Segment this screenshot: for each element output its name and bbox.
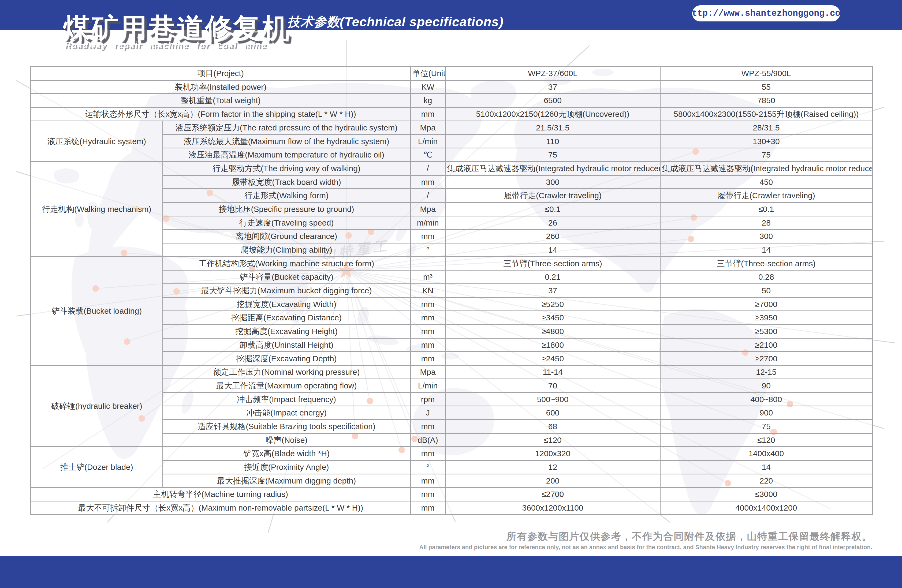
spec-value-wpz37: 14: [445, 243, 660, 256]
spec-value-wpz37: 70: [445, 379, 660, 393]
spec-value-wpz55: 50: [660, 284, 872, 298]
spec-value-wpz37: 0.21: [445, 270, 660, 284]
spec-unit: m³: [410, 270, 445, 284]
product-title-en: Roadway repair machine for coal mine: [64, 40, 267, 50]
spec-unit: dB(A): [410, 433, 445, 447]
spec-value-wpz55: ≥7000: [660, 297, 872, 311]
tech-spec-heading: 技术参数(Technical specifications): [287, 13, 504, 31]
spec-value-wpz55: 75: [660, 148, 872, 162]
spec-label: 挖掘深度(Excavating Depth): [163, 352, 410, 365]
spec-value-wpz55: 90: [660, 379, 872, 393]
column-header-project: 项目(Project): [31, 67, 410, 80]
spec-value-wpz55: 130+30: [660, 134, 872, 148]
spec-label: 装机功率(Installed power): [31, 80, 410, 94]
spec-value-wpz55: ≥5300: [660, 325, 872, 338]
table-row: 推土铲(Dozer blade)铲宽x高(Blade width *H)mm12…: [31, 447, 872, 460]
spec-value-wpz55: 履带行走(Crawler traveling): [660, 189, 872, 203]
spec-label: 挖掘宽度(Excavating Width): [163, 297, 410, 311]
spec-value-wpz55: 4000x1400x1200: [660, 501, 872, 515]
spec-unit: rpm: [410, 393, 445, 406]
spec-unit: KN: [410, 284, 445, 298]
spec-unit: mm: [410, 474, 445, 488]
spec-label: 接近度(Proximity Angle): [163, 460, 410, 474]
spec-value-wpz55: 0.28: [660, 270, 872, 284]
spec-value-wpz37: ≤0.1: [445, 202, 660, 216]
spec-group-label: 推土铲(Dozer blade): [31, 447, 163, 488]
spec-unit: /: [410, 161, 445, 175]
spec-label: 液压系统最大流量(Maximum flow of the hydraulic s…: [163, 134, 410, 148]
spec-unit: mm: [410, 419, 445, 433]
spec-value-wpz55: 14: [660, 243, 872, 256]
spec-value-wpz37: 3600x1200x1100: [445, 501, 660, 515]
spec-unit: /: [410, 189, 445, 203]
spec-label: 挖掘距离(Excavating Distance): [163, 311, 410, 325]
spec-unit: mm: [410, 338, 445, 352]
spec-unit: mm: [410, 175, 445, 189]
spec-value-wpz55: 75: [660, 419, 872, 433]
disclaimer-cn: 所有参数与图片仅供参考，不作为合同附件及依据，山特重工保留最终解释权。: [506, 530, 872, 543]
spec-label: 离地间隙(Ground clearance): [163, 230, 410, 243]
spec-label: 卸载高度(Uninstall Height): [163, 338, 410, 352]
spec-value-wpz55: 1400x400: [660, 447, 872, 460]
spec-unit: mm: [410, 325, 445, 338]
table-row: 铲斗装载(Bucket loading)工作机结构形式(Working mach…: [31, 256, 872, 270]
spec-value-wpz37: ≥1800: [445, 338, 660, 352]
spec-value-wpz55: ≥2100: [660, 338, 872, 352]
spec-unit: mm: [410, 501, 445, 515]
spec-label: 爬坡能力(Climbing ability): [163, 243, 410, 256]
spec-value-wpz37: 5100x1200x2150(1260无顶棚(Uncovered)): [445, 108, 660, 121]
spec-value-wpz55: 28: [660, 216, 872, 230]
spec-unit: kg: [410, 94, 445, 108]
spec-value-wpz37: ≤2700: [445, 488, 660, 501]
table-row: 整机重量(Total weight)kg65007850: [31, 94, 872, 108]
website-url[interactable]: Http://www.shantezhonggong.com: [687, 9, 846, 19]
footer-bar: [0, 556, 902, 588]
spec-label: 铲宽x高(Blade width *H): [163, 447, 410, 460]
spec-unit: mm: [410, 108, 445, 121]
spec-value-wpz55: 12-15: [660, 365, 872, 379]
spec-label: 履带板宽度(Track board width): [163, 175, 410, 189]
spec-label: 额定工作压力(Nominal working pressure): [163, 365, 410, 379]
spec-value-wpz55: 28/31.5: [660, 121, 872, 134]
spec-label: 行走形式(Walking form): [163, 189, 410, 203]
spec-label: 铲斗容量(Bucket capacity): [163, 270, 410, 284]
spec-value-wpz55: ≤3000: [660, 488, 872, 501]
spec-unit: mm: [410, 297, 445, 311]
spec-unit: KW: [410, 80, 445, 94]
spec-value-wpz37: 11-14: [445, 365, 660, 379]
spec-unit: Mpa: [410, 121, 445, 134]
spec-value-wpz55: 900: [660, 406, 872, 420]
spec-value-wpz37: ≥2450: [445, 352, 660, 365]
spec-unit: mm: [410, 488, 445, 501]
spec-value-wpz37: 6500: [445, 94, 660, 108]
spec-label: 主机转弯半径(Machine turning radius): [31, 488, 410, 501]
spec-table: 项目(Project)单位(Unit)WPZ-37/600LWPZ-55/900…: [30, 66, 873, 515]
table-row: 主机转弯半径(Machine turning radius)mm≤2700≤30…: [31, 488, 872, 501]
spec-value-wpz55: ≥3950: [660, 311, 872, 325]
spec-unit: [410, 256, 445, 270]
spec-unit: mm: [410, 311, 445, 325]
spec-label: 最大推掘深度(Maximum digging depth): [163, 474, 410, 488]
spec-unit: mm: [410, 230, 445, 243]
spec-label: 工作机结构形式(Working machine structure form): [163, 256, 410, 270]
spec-label: 行走驱动方式(The driving way of walking): [163, 161, 410, 175]
table-row: 液压系统(Hydraulic system)液压系统额定压力(The rated…: [31, 121, 872, 134]
table-row: 行走机构(Walking mechanism)行走驱动方式(The drivin…: [31, 161, 872, 175]
spec-label: 整机重量(Total weight): [31, 94, 410, 108]
spec-label: 最大不可拆卸件尺寸（长x宽x高）(Maximum non-removable p…: [31, 501, 410, 515]
spec-value-wpz37: 集成液压马达减速器驱动(Integrated hydraulic motor r…: [445, 161, 660, 175]
spec-value-wpz37: 21.5/31.5: [445, 121, 660, 134]
spec-value-wpz37: 37: [445, 284, 660, 298]
spec-value-wpz55: ≤120: [660, 433, 872, 447]
website-pill[interactable]: Http://www.shantezhonggong.com: [692, 5, 840, 22]
spec-label: 最大工作流量(Maximum operating flow): [163, 379, 410, 393]
spec-group-label: 行走机构(Walking mechanism): [31, 161, 163, 256]
spec-group-label: 破碎锤(hydraulic breaker): [31, 365, 163, 447]
spec-unit: mm: [410, 352, 445, 365]
spec-value-wpz55: ≤0.1: [660, 202, 872, 216]
spec-value-wpz37: 履带行走(Crawler traveling): [445, 189, 660, 203]
spec-label: 液压系统额定压力(The rated pressure of the hydra…: [163, 121, 410, 134]
spec-label: 液压油最高温度(Maximum temperature of hydraulic…: [163, 148, 410, 162]
page: 煤矿用巷道修复机 Roadway repair machine for coal…: [0, 0, 902, 588]
table-row: 破碎锤(hydraulic breaker)额定工作压力(Nominal wor…: [31, 365, 872, 379]
